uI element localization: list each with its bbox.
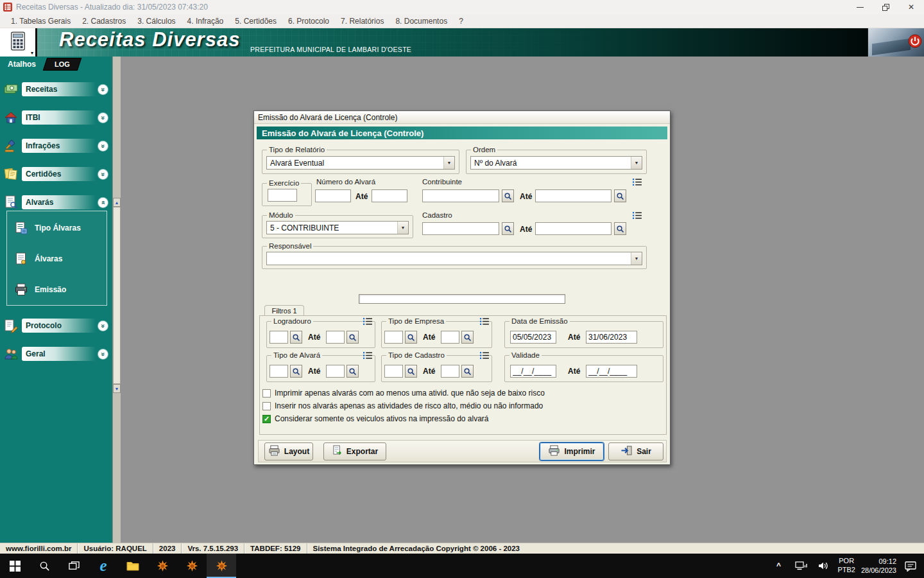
tipo-alvara-to-input[interactable] — [326, 365, 345, 378]
chevron-up-icon[interactable]: » — [98, 198, 108, 207]
tipo-cadastro-list-button[interactable] — [479, 351, 490, 360]
contribuinte-to-search-button[interactable] — [614, 189, 626, 202]
logradouro-to-search-button[interactable] — [346, 331, 359, 344]
calculator-launcher[interactable]: ▾ — [0, 28, 37, 57]
chevron-down-icon[interactable]: » — [98, 85, 108, 94]
close-icon[interactable]: ✕ — [898, 0, 924, 14]
submenu-item-emissao[interactable]: Emissão — [13, 281, 66, 299]
tipo-cadastro-to-input[interactable] — [441, 365, 459, 378]
logradouro-from-input[interactable] — [270, 331, 288, 344]
menu-protocolo[interactable]: 6. Protocolo — [282, 15, 335, 27]
tipo-empresa-from-input[interactable] — [384, 331, 403, 344]
contribuinte-from-input[interactable] — [422, 189, 499, 202]
submenu-item-tipo-alvaras[interactable]: Tipo Álvaras — [13, 219, 81, 237]
tab-filtros-1[interactable]: Filtros 1 — [264, 305, 304, 316]
layout-button[interactable]: Layout — [264, 442, 313, 460]
menu-certidoes[interactable]: 5. Certidões — [229, 15, 282, 27]
menu-infracao[interactable]: 4. Infração — [182, 15, 230, 27]
launcher-caret-icon[interactable]: ▾ — [31, 50, 33, 56]
data-emissao-to-input[interactable] — [586, 331, 637, 344]
menu-documentos[interactable]: 8. Documentos — [389, 15, 453, 27]
validade-to-input[interactable] — [586, 365, 637, 378]
menu-cadastros[interactable]: 2. Cadastros — [76, 15, 132, 27]
file-explorer-button[interactable] — [118, 554, 148, 578]
exportar-button[interactable]: Exportar — [323, 442, 386, 460]
fiorilli-app-3-button-active[interactable] — [207, 554, 236, 578]
ordem-select[interactable]: Nº do Alvará ▼ — [470, 156, 642, 170]
chevron-down-icon[interactable]: » — [98, 113, 108, 123]
chevron-down-icon[interactable]: » — [98, 321, 108, 331]
logradouro-from-search-button[interactable] — [290, 331, 302, 344]
dialog-titlebar[interactable]: Emissão do Alvará de Licença (Controle) — [254, 111, 670, 124]
dropdown-arrow-icon[interactable]: ▼ — [443, 157, 454, 169]
numero-alvara-to-input[interactable] — [372, 189, 407, 202]
tipo-alvara-list-button[interactable] — [363, 351, 373, 360]
modulo-select[interactable]: 5 - CONTRIBUINTE ▼ — [266, 221, 409, 234]
checkbox-risco-alto[interactable] — [262, 402, 271, 410]
power-button[interactable] — [908, 34, 922, 48]
imprimir-button[interactable]: Imprimir — [540, 442, 604, 460]
chevron-down-icon[interactable]: » — [98, 349, 108, 359]
cadastro-from-input[interactable] — [422, 222, 499, 235]
sidebar-item-receitas[interactable]: Receitas » — [3, 81, 108, 98]
edge-browser-button[interactable]: e — [89, 554, 118, 578]
tipo-empresa-list-button[interactable] — [479, 317, 490, 326]
tipo-alvara-from-search-button[interactable] — [290, 365, 302, 378]
language-indicator[interactable]: POR PTB2 — [837, 557, 855, 575]
cadastro-to-search-button[interactable] — [614, 222, 626, 235]
sidebar-item-geral[interactable]: Geral » — [3, 346, 108, 362]
tipo-alvara-to-search-button[interactable] — [346, 365, 359, 378]
menu-tabelas-gerais[interactable]: 1. Tabelas Gerais — [5, 15, 76, 27]
menu-help[interactable]: ? — [453, 15, 469, 27]
sidebar-tab-atalhos[interactable]: Atalhos — [5, 58, 41, 71]
notification-center-icon[interactable] — [902, 557, 919, 574]
minimize-icon[interactable] — [847, 0, 873, 14]
contribuinte-from-search-button[interactable] — [502, 189, 514, 202]
menu-relatorios[interactable]: 7. Relatórios — [335, 15, 389, 27]
dropdown-arrow-icon[interactable]: ▼ — [397, 222, 408, 234]
logradouro-to-input[interactable] — [326, 331, 345, 344]
taskbar-clock[interactable]: 09:12 28/06/2023 — [861, 557, 896, 575]
tipo-empresa-to-input[interactable] — [441, 331, 459, 344]
cadastro-to-input[interactable] — [535, 222, 612, 235]
window-titlebar[interactable]: Receitas Diversas - Atualizado dia: 31/0… — [0, 0, 924, 14]
tray-chevron-icon[interactable]: ^ — [770, 557, 787, 574]
sidebar-item-protocolo[interactable]: Protocolo » — [3, 317, 108, 334]
cadastro-from-search-button[interactable] — [502, 222, 514, 235]
sidebar-scrollbar[interactable]: ▲ ▼ — [112, 57, 121, 543]
contribuinte-to-input[interactable] — [535, 189, 612, 202]
chevron-down-icon[interactable]: » — [98, 170, 108, 179]
fiorilli-app-2-button[interactable] — [177, 554, 207, 578]
sidebar-item-alvaras[interactable]: Alvarás » — [3, 194, 108, 211]
sair-button[interactable]: Sair — [608, 442, 663, 460]
dropdown-arrow-icon[interactable]: ▼ — [631, 157, 642, 169]
fiorilli-app-1-button[interactable] — [148, 554, 177, 578]
submenu-item-alvaras[interactable]: Álvaras — [13, 250, 62, 268]
scroll-up-icon[interactable]: ▲ — [113, 198, 121, 207]
network-icon[interactable] — [792, 557, 809, 574]
cadastro-list-button[interactable] — [632, 211, 643, 220]
contribuinte-list-button[interactable] — [632, 177, 643, 186]
sidebar-item-infracoes[interactable]: Infrações » — [3, 137, 108, 154]
speaker-icon[interactable] — [815, 557, 832, 574]
validade-from-input[interactable] — [510, 365, 556, 378]
data-emissao-from-input[interactable] — [510, 331, 556, 344]
chevron-down-icon[interactable]: » — [98, 141, 108, 151]
scrollbar-track[interactable] — [113, 207, 121, 384]
tipo-relatorio-select[interactable]: Alvará Eventual ▼ — [266, 156, 455, 170]
sidebar-tab-log[interactable]: LOG — [43, 58, 81, 71]
task-view-button[interactable] — [59, 554, 89, 578]
exercicio-input[interactable] — [268, 189, 297, 202]
logradouro-list-button[interactable] — [363, 317, 373, 326]
tipo-empresa-to-search-button[interactable] — [461, 331, 474, 344]
tipo-cadastro-from-input[interactable] — [384, 365, 403, 378]
tipo-alvara-from-input[interactable] — [270, 365, 288, 378]
tipo-cadastro-to-search-button[interactable] — [461, 365, 474, 378]
menu-calculos[interactable]: 3. Cálculos — [132, 15, 181, 27]
restore-icon[interactable] — [873, 0, 898, 14]
tipo-empresa-from-search-button[interactable] — [405, 331, 417, 344]
taskbar-search-button[interactable] — [30, 554, 59, 578]
responsavel-select[interactable]: ▼ — [266, 252, 642, 265]
numero-alvara-from-input[interactable] — [315, 189, 351, 202]
sidebar-item-certidoes[interactable]: Certidões » — [3, 166, 108, 182]
